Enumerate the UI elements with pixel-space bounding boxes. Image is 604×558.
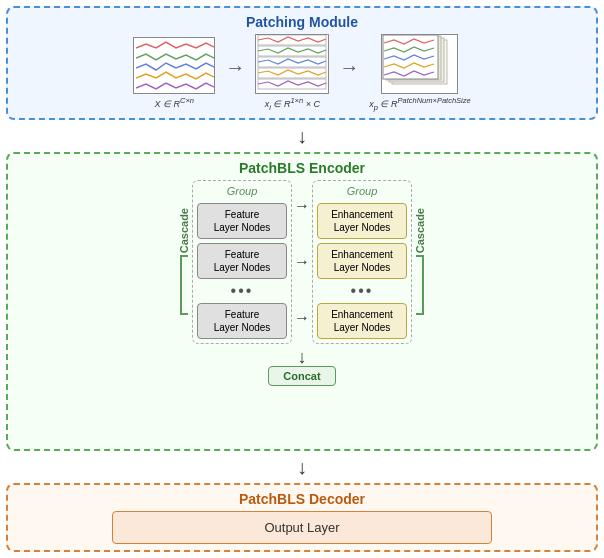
cascade-right: Cascade — [414, 208, 426, 315]
patch-item-original: X ∈ RC×n — [133, 37, 215, 109]
feature-group-label: Group — [227, 185, 258, 197]
concat-area: ↓ Concat — [16, 348, 588, 386]
section-arrow-2: ↓ — [6, 457, 598, 477]
patching-module-title: Patching Module — [246, 14, 358, 30]
enhancement-group: Group EnhancementLayer Nodes Enhancement… — [312, 180, 412, 344]
enhancement-group-label: Group — [347, 185, 378, 197]
between-arrows: → → → — [294, 180, 310, 344]
feature-node-3: FeatureLayer Nodes — [197, 303, 287, 339]
cascade-left-label: Cascade — [178, 208, 190, 253]
row-arrow-1: → — [294, 197, 310, 215]
main-container: Patching Module X ∈ RC×n — [0, 0, 604, 558]
patched-svg — [382, 35, 457, 90]
svg-rect-0 — [258, 35, 326, 45]
split-visual — [255, 34, 329, 94]
enhancement-node-2: EnhancementLayer Nodes — [317, 243, 407, 279]
cascade-left: Cascade — [178, 208, 190, 315]
encoder-section: PatchBLS Encoder Cascade Group FeatureLa… — [6, 152, 598, 451]
arrow1: → — [225, 56, 245, 79]
decoder-section: PatchBLS Decoder Output Layer — [6, 483, 598, 552]
feature-group: Group FeatureLayer Nodes FeatureLayer No… — [192, 180, 292, 344]
decoder-title: PatchBLS Decoder — [239, 491, 365, 507]
original-label: X ∈ RC×n — [155, 96, 194, 109]
output-layer-box: Output Layer — [112, 511, 492, 544]
row-arrow-3: → — [294, 309, 310, 327]
svg-rect-3 — [258, 68, 326, 78]
split-label: xi ∈ R1×n × C — [265, 96, 320, 112]
enhancement-node-3: EnhancementLayer Nodes — [317, 303, 407, 339]
left-bracket — [180, 255, 188, 315]
enhancement-dots: ••• — [351, 283, 374, 299]
patch-item-split: xi ∈ R1×n × C — [255, 34, 329, 112]
concat-up-arrow: ↓ — [298, 348, 307, 366]
original-svg — [136, 40, 215, 91]
patching-module: Patching Module X ∈ RC×n — [6, 6, 598, 120]
row-arrow-2: → — [294, 253, 310, 271]
arrow2: → — [339, 56, 359, 79]
patched-visual — [381, 34, 458, 94]
concat-box: Concat — [268, 366, 335, 386]
right-bracket — [416, 255, 424, 315]
svg-rect-2 — [258, 57, 326, 67]
feature-node-2: FeatureLayer Nodes — [197, 243, 287, 279]
encoder-inner: Cascade Group FeatureLayer Nodes Feature… — [16, 180, 588, 344]
feature-dots: ••• — [231, 283, 254, 299]
cascade-right-label: Cascade — [414, 208, 426, 253]
original-waves — [134, 38, 214, 93]
svg-rect-1 — [258, 46, 326, 56]
svg-rect-4 — [258, 79, 326, 89]
original-visual — [133, 37, 215, 94]
patch-item-patched: xp ∈ RPatchNum×PatchSize — [369, 34, 470, 112]
split-svg — [256, 35, 328, 90]
patching-content: X ∈ RC×n → — [133, 34, 470, 112]
patched-label: xp ∈ RPatchNum×PatchSize — [369, 96, 470, 112]
feature-node-1: FeatureLayer Nodes — [197, 203, 287, 239]
encoder-title: PatchBLS Encoder — [239, 160, 365, 176]
section-arrow-1: ↓ — [6, 126, 598, 146]
enhancement-node-1: EnhancementLayer Nodes — [317, 203, 407, 239]
